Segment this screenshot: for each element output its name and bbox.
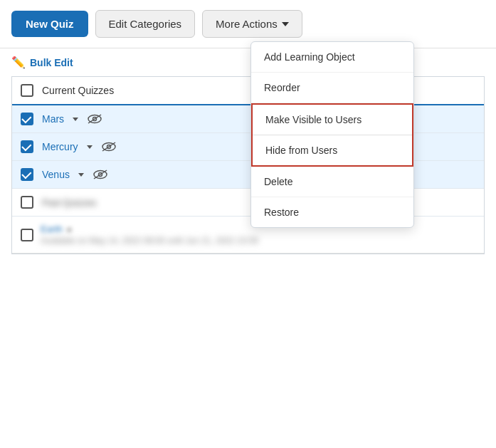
- bulk-edit-icon: ✏️: [11, 56, 26, 69]
- mercury-visibility-icon[interactable]: [101, 141, 117, 152]
- mars-visibility-icon[interactable]: [87, 113, 102, 125]
- blurred-icon-small: ●: [67, 225, 72, 234]
- venus-checkbox[interactable]: [21, 168, 33, 181]
- blurred-row-content: Earth ● Available on May 14, 2022 08:00 …: [41, 224, 258, 246]
- bulk-edit-button[interactable]: Bulk Edit: [30, 57, 73, 68]
- chevron-down-icon: [282, 22, 289, 26]
- header-checkbox[interactable]: [21, 84, 33, 97]
- blurred-checkbox-1[interactable]: [21, 196, 33, 209]
- mars-link[interactable]: Mars: [42, 113, 64, 125]
- mars-checkbox[interactable]: [21, 113, 33, 125]
- venus-visibility-icon[interactable]: [93, 169, 108, 180]
- mercury-chevron-icon[interactable]: [87, 145, 93, 149]
- more-actions-button[interactable]: More Actions: [202, 10, 302, 38]
- mars-chevron-icon[interactable]: [73, 118, 78, 121]
- new-quiz-button[interactable]: New Quiz: [11, 11, 88, 37]
- toolbar: New Quiz Edit Categories More Actions: [0, 0, 496, 48]
- dropdown-item-make-visible[interactable]: Make Visible to Users: [253, 105, 412, 135]
- blurred-checkbox-2[interactable]: [21, 229, 33, 241]
- edit-categories-button[interactable]: Edit Categories: [95, 10, 196, 38]
- dropdown-item-add-learning-object[interactable]: Add Learning Object: [251, 42, 413, 73]
- table-header-label: Current Quizzes: [42, 85, 114, 96]
- dropdown-menu: Add Learning Object Reorder Make Visible…: [250, 41, 414, 228]
- more-actions-label: More Actions: [216, 18, 278, 30]
- dropdown-item-delete[interactable]: Delete: [251, 167, 413, 197]
- mercury-checkbox[interactable]: [21, 140, 33, 153]
- blurred-date: Available on May 14, 2022 08:00 until Ju…: [41, 236, 258, 246]
- blurred-label-1: Past Quizzes: [42, 197, 97, 208]
- mercury-link[interactable]: Mercury: [42, 141, 78, 152]
- venus-chevron-icon[interactable]: [78, 173, 84, 177]
- venus-link[interactable]: Venus: [42, 169, 70, 180]
- dropdown-item-reorder[interactable]: Reorder: [251, 73, 413, 103]
- dropdown-item-restore[interactable]: Restore: [251, 197, 413, 227]
- dropdown-item-hide-from-users[interactable]: Hide from Users: [253, 135, 412, 165]
- bulk-edit-row: ✏️ Bulk Edit: [0, 48, 496, 76]
- blurred-link: Earth: [41, 224, 63, 234]
